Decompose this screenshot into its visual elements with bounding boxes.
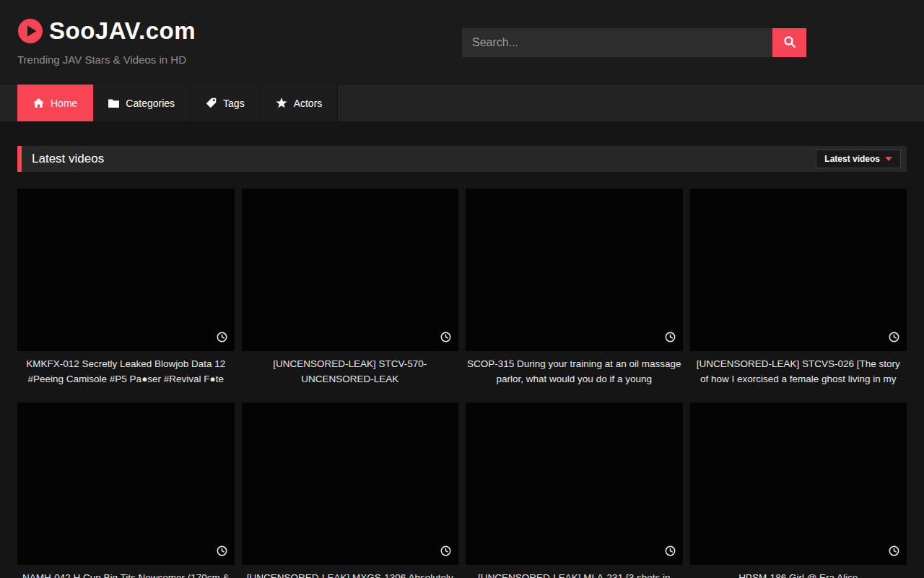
search-box <box>462 28 806 57</box>
section-title: Latest videos <box>22 152 104 166</box>
nav-label: Categories <box>126 98 175 109</box>
video-title[interactable]: [UNCENSORED-LEAK] MLA-231 [3 shots in <box>466 571 683 578</box>
video-thumbnail[interactable] <box>690 189 907 351</box>
clock-icon <box>217 545 227 559</box>
video-card: HPSM-186 Girl @ Era Alice <box>690 402 907 578</box>
play-circle-icon <box>17 18 43 44</box>
video-card: [UNCENSORED-LEAK] STCVS-026 [The story o… <box>690 189 907 387</box>
home-icon <box>33 98 44 108</box>
nav-label: Tags <box>223 98 245 109</box>
main-nav: Home Categories Tags <box>0 85 924 121</box>
clock-icon <box>889 332 899 345</box>
video-thumbnail[interactable] <box>466 189 683 351</box>
video-thumbnail[interactable] <box>690 402 907 565</box>
video-title[interactable]: [UNCENSORED-LEAK] MXGS-1306 Absolutely <box>242 571 459 578</box>
video-card: NAMH-042 H Cup Big Tits Newcomer (170cm … <box>17 402 235 578</box>
nav-label: Home <box>51 98 77 109</box>
video-title[interactable]: [UNCENSORED-LEAK] STCV-570-UNCENSORED-LE… <box>242 357 459 387</box>
caret-down-icon <box>885 157 892 161</box>
star-icon <box>276 98 287 108</box>
video-title[interactable]: NAMH-042 H Cup Big Tits Newcomer (170cm … <box>17 571 235 578</box>
video-card: SCOP-315 During your training at an oil … <box>466 189 683 387</box>
video-thumbnail[interactable] <box>17 189 235 351</box>
main-content: Latest videos Latest videos KMKFX-012 Se… <box>17 146 907 578</box>
sort-dropdown-label: Latest videos <box>824 154 880 164</box>
clock-icon <box>665 332 676 345</box>
clock-icon <box>889 545 899 559</box>
video-title[interactable]: [UNCENSORED-LEAK] STCVS-026 [The story o… <box>690 357 907 387</box>
nav-item-tags[interactable]: Tags <box>191 85 261 121</box>
video-thumbnail[interactable] <box>242 189 459 351</box>
video-card: [UNCENSORED-LEAK] STCV-570-UNCENSORED-LE… <box>242 189 459 387</box>
video-title[interactable]: KMKFX-012 Secretly Leaked Blowjob Data 1… <box>17 357 235 387</box>
video-thumbnail[interactable] <box>17 402 235 565</box>
clock-icon <box>440 332 451 345</box>
site-header: SooJAV.com Trending JAV Stars & Videos i… <box>0 0 924 85</box>
magnifier-icon <box>783 35 796 51</box>
tag-icon <box>206 98 217 108</box>
site-logo[interactable]: SooJAV.com <box>17 0 196 45</box>
video-card: KMKFX-012 Secretly Leaked Blowjob Data 1… <box>17 189 235 387</box>
sort-dropdown-button[interactable]: Latest videos <box>816 150 901 168</box>
nav-label: Actors <box>294 98 323 109</box>
video-thumbnail[interactable] <box>466 402 683 565</box>
search-button[interactable] <box>772 28 806 57</box>
clock-icon <box>217 332 227 345</box>
video-grid: KMKFX-012 Secretly Leaked Blowjob Data 1… <box>17 189 907 578</box>
clock-icon <box>440 545 451 559</box>
video-title[interactable]: HPSM-186 Girl @ Era Alice <box>690 571 907 578</box>
video-card: [UNCENSORED-LEAK] MLA-231 [3 shots in <box>466 402 683 578</box>
video-thumbnail[interactable] <box>242 402 459 565</box>
nav-item-home[interactable]: Home <box>17 85 93 121</box>
search-input[interactable] <box>462 28 772 57</box>
folder-icon <box>108 98 119 108</box>
video-card: [UNCENSORED-LEAK] MXGS-1306 Absolutely <box>242 402 459 578</box>
site-title: SooJAV.com <box>49 17 196 45</box>
nav-item-categories[interactable]: Categories <box>93 85 191 121</box>
clock-icon <box>665 545 676 559</box>
video-title[interactable]: SCOP-315 During your training at an oil … <box>466 357 683 387</box>
nav-item-actors[interactable]: Actors <box>261 85 339 121</box>
section-header: Latest videos Latest videos <box>17 146 907 172</box>
